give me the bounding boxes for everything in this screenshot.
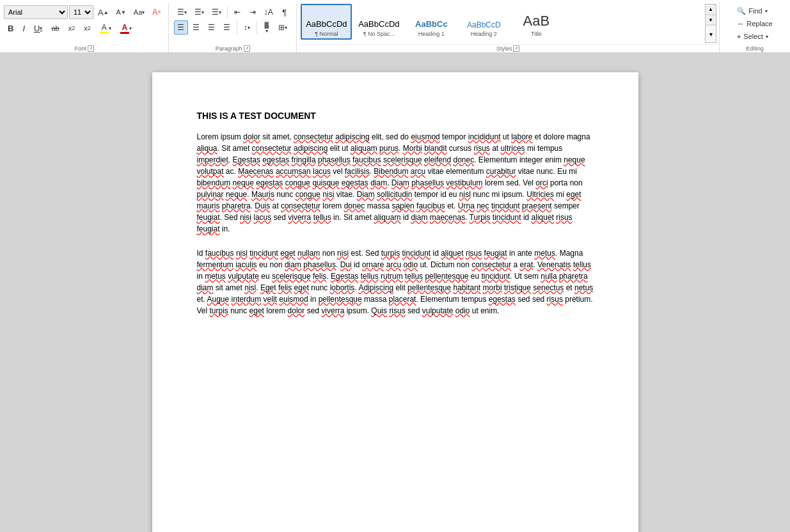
- borders-button[interactable]: ⊞▾: [275, 20, 290, 35]
- ribbon: Arial 11 A▲ A▼ Aa▾ A✕ B I U▾ ab x2: [0, 0, 790, 53]
- align-left-button[interactable]: ☰: [174, 20, 188, 35]
- style-title[interactable]: AaB Title: [510, 4, 562, 40]
- styles-expand-icon[interactable]: ↗: [513, 45, 519, 52]
- paragraph-expand-icon[interactable]: ↗: [244, 45, 250, 52]
- align-right-button[interactable]: ☰: [205, 20, 219, 35]
- document-page: THIS IS A TEST DOCUMENT Lorem ipsum dolo…: [152, 72, 638, 532]
- font-group: Arial 11 A▲ A▼ Aa▾ A✕ B I U▾ ab x2: [0, 3, 169, 52]
- sort-button[interactable]: ↕A: [261, 5, 276, 19]
- paragraph-group-label: Paragraph ↗: [216, 45, 250, 52]
- styles-scroll-down[interactable]: ▼: [706, 15, 716, 25]
- justify-button[interactable]: ☰: [220, 20, 234, 35]
- subscript-button[interactable]: x2: [65, 20, 79, 36]
- font-shrink-button[interactable]: A▼: [113, 5, 129, 19]
- clear-formatting-button[interactable]: A✕: [149, 5, 164, 19]
- decrease-indent-button[interactable]: ⇤: [230, 5, 244, 19]
- style-heading1[interactable]: AaBbCc Heading 1: [406, 4, 457, 40]
- editing-group: 🔍 Find ▾ ↔ Replace ⌖ Select ▾ Editing: [720, 3, 790, 52]
- style-heading2[interactable]: AaBbCcD Heading 2: [458, 4, 509, 40]
- increase-indent-button[interactable]: ⇥: [246, 5, 260, 19]
- shading-button[interactable]: ▓ ▾: [260, 20, 274, 35]
- font-color-button[interactable]: A ▾: [116, 20, 136, 36]
- replace-icon: ↔: [737, 20, 744, 27]
- document-title: THIS IS A TEST DOCUMENT: [197, 111, 594, 121]
- style-normal[interactable]: AaBbCcDd ¶ Normal: [301, 4, 352, 40]
- change-case-button[interactable]: Aa▾: [130, 5, 148, 19]
- find-icon: 🔍: [737, 7, 746, 15]
- font-size-select[interactable]: 11: [69, 5, 93, 19]
- align-center-button[interactable]: ☰: [189, 20, 203, 35]
- select-icon: ⌖: [737, 33, 741, 41]
- main-area: THIS IS A TEST DOCUMENT Lorem ipsum dolo…: [0, 53, 790, 532]
- paragraph-1[interactable]: Lorem ipsum dolor sit amet, consectetur …: [197, 131, 594, 235]
- superscript-button[interactable]: x2: [80, 20, 95, 36]
- bold-button[interactable]: B: [4, 20, 17, 36]
- styles-scroll-up[interactable]: ▲: [706, 4, 716, 15]
- multilevel-list-button[interactable]: ☰▾: [209, 5, 225, 19]
- replace-button[interactable]: ↔ Replace: [734, 18, 775, 29]
- font-expand-icon[interactable]: ↗: [88, 45, 94, 52]
- find-button[interactable]: 🔍 Find ▾: [734, 5, 770, 17]
- styles-scroll-more[interactable]: ▾: [706, 25, 716, 42]
- text-highlight-button[interactable]: A ▾: [96, 20, 115, 36]
- font-name-select[interactable]: Arial: [4, 5, 68, 19]
- style-no-spacing[interactable]: AaBbCcDd ¶ No Spac...: [353, 4, 404, 40]
- font-grow-button[interactable]: A▲: [95, 5, 112, 19]
- styles-group-label: Styles ↗: [299, 44, 716, 52]
- editing-group-label: Editing: [746, 45, 764, 52]
- strikethrough-button[interactable]: ab: [47, 20, 63, 36]
- font-group-label: Font ↗: [75, 45, 94, 52]
- line-spacing-button[interactable]: ↕▾: [240, 20, 254, 35]
- select-button[interactable]: ⌖ Select ▾: [734, 31, 771, 42]
- bullets-button[interactable]: ☰▾: [174, 5, 190, 19]
- styles-group: AaBbCcDd ¶ Normal AaBbCcDd ¶ No Spac... …: [297, 3, 720, 52]
- paragraph-2[interactable]: Id faucibus nisl tincidunt eget nullam n…: [197, 247, 594, 317]
- italic-button[interactable]: I: [19, 20, 29, 36]
- numbering-button[interactable]: ☰▾: [191, 5, 207, 19]
- show-paragraph-button[interactable]: ¶: [278, 5, 292, 19]
- paragraph-group: ☰▾ ☰▾ ☰▾ ⇤ ⇥ ↕A ¶ ☰ ☰ ☰ ☰ ↕▾: [169, 3, 297, 52]
- underline-button[interactable]: U▾: [30, 20, 46, 36]
